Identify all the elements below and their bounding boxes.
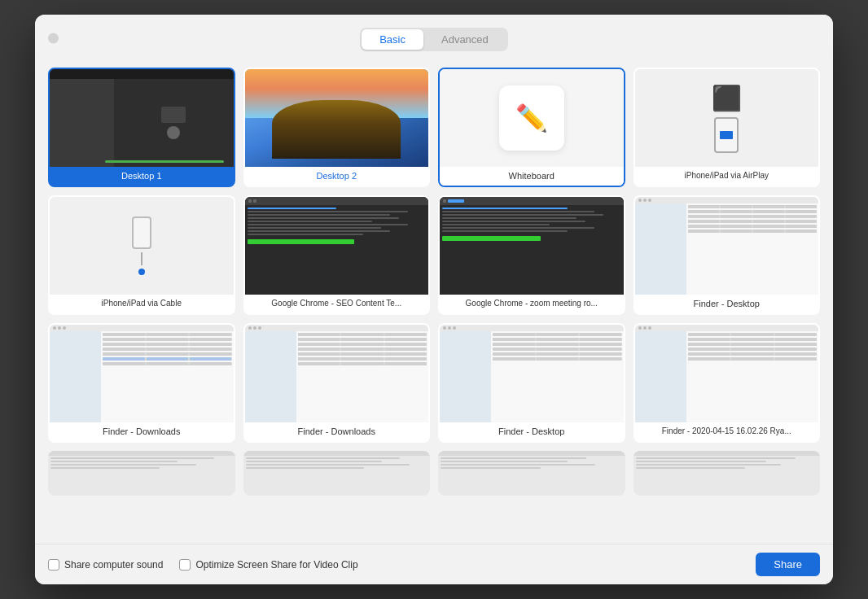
- label-desktop2: Desktop 2: [245, 167, 429, 186]
- thumb-finder-dl1: [50, 325, 234, 422]
- optimize-video-label: Optimize Screen Share for Video Clip: [195, 559, 357, 571]
- thumb-chrome-zoom: [440, 197, 624, 295]
- screen-share-dialog: Basic Advanced: [35, 15, 833, 584]
- video-clip-checkbox-group: Optimize Screen Share for Video Clip: [179, 559, 357, 571]
- share-grid: Desktop 1 Desktop 2 ✏️: [48, 68, 820, 443]
- tab-group: Basic Advanced: [360, 28, 508, 51]
- phone-shape: [132, 216, 151, 249]
- label-whiteboard: Whiteboard: [440, 167, 624, 186]
- ipad-shape: [714, 117, 739, 153]
- label-finder-desktop2: Finder - Desktop: [440, 422, 624, 441]
- item-finder-desktop[interactable]: Finder - Desktop: [633, 195, 821, 315]
- item-finder-desktop2[interactable]: Finder - Desktop: [438, 323, 625, 443]
- thumb-desktop2: [245, 69, 429, 167]
- partial-item-2[interactable]: [243, 451, 431, 496]
- share-sound-checkbox[interactable]: [48, 559, 59, 571]
- thumb-airplay: ⬛: [635, 69, 819, 167]
- label-cable: iPhone/iPad via Cable: [50, 295, 234, 313]
- finder-dl1-preview: [50, 325, 234, 422]
- whiteboard-preview: ✏️: [440, 69, 624, 167]
- tab-basic[interactable]: Basic: [362, 29, 423, 50]
- chrome-seo-preview: [245, 197, 429, 295]
- desktop2-preview: [245, 69, 429, 167]
- share-button[interactable]: Share: [756, 553, 820, 576]
- item-desktop2[interactable]: Desktop 2: [243, 68, 431, 187]
- partial-item-4[interactable]: [633, 451, 821, 496]
- thumb-chrome-seo: [245, 197, 429, 295]
- label-airplay: iPhone/iPad via AirPlay: [635, 167, 819, 185]
- thumb-finder-desktop: [635, 197, 819, 295]
- item-cable[interactable]: iPhone/iPad via Cable: [48, 195, 235, 315]
- label-chrome-seo: Google Chrome - SEO Content Te...: [245, 295, 429, 313]
- item-finder-dl2[interactable]: Finder - Downloads: [243, 323, 431, 443]
- titlebar: Basic Advanced: [35, 15, 833, 61]
- finder-2020-preview: [635, 325, 819, 422]
- label-finder-2020: Finder - 2020-04-15 16.02.26 Rya...: [635, 422, 819, 440]
- item-finder-dl1[interactable]: Finder - Downloads: [48, 323, 235, 443]
- thumb-finder-2020: [635, 325, 819, 422]
- tab-advanced[interactable]: Advanced: [423, 29, 506, 50]
- finder-desktop2-preview: [440, 325, 624, 422]
- optimize-video-checkbox[interactable]: [179, 559, 191, 571]
- content-area: Desktop 1 Desktop 2 ✏️: [35, 61, 833, 544]
- item-chrome-zoom[interactable]: Google Chrome - zoom meeting ro...: [438, 195, 625, 315]
- cable-connector: [141, 252, 142, 265]
- label-finder-desktop: Finder - Desktop: [635, 295, 819, 313]
- traffic-light: [48, 33, 59, 43]
- item-desktop1[interactable]: Desktop 1: [48, 68, 235, 187]
- partial-row: [48, 451, 820, 496]
- pen-icon: ✏️: [515, 103, 548, 133]
- label-finder-dl2: Finder - Downloads: [245, 422, 429, 441]
- share-sound-label: Share computer sound: [64, 559, 163, 571]
- label-chrome-zoom: Google Chrome - zoom meeting ro...: [440, 295, 624, 313]
- cable-preview: [50, 197, 234, 295]
- thumb-finder-dl2: [245, 325, 429, 422]
- chrome-zoom-preview: [440, 197, 624, 295]
- thumb-desktop1: [50, 69, 234, 167]
- cable-end: [138, 269, 145, 275]
- thumb-whiteboard: ✏️: [440, 69, 624, 167]
- thumb-cable: [50, 197, 234, 295]
- airplay-icon: ⬛: [712, 84, 742, 112]
- label-desktop1: Desktop 1: [50, 167, 234, 186]
- finder-dl2-preview: [245, 325, 429, 422]
- item-chrome-seo[interactable]: Google Chrome - SEO Content Te...: [243, 195, 431, 315]
- label-finder-dl1: Finder - Downloads: [50, 422, 234, 441]
- item-whiteboard[interactable]: ✏️ Whiteboard: [438, 68, 625, 187]
- partial-item-3[interactable]: [438, 451, 625, 496]
- bottom-bar: Share computer sound Optimize Screen Sha…: [35, 544, 833, 584]
- thumb-finder-desktop2: [440, 325, 624, 422]
- item-airplay[interactable]: ⬛ iPhone/iPad via AirPlay: [633, 68, 821, 187]
- sound-checkbox-group: Share computer sound: [48, 559, 163, 571]
- desktop1-preview: [50, 69, 234, 167]
- finder-desktop-preview: [635, 197, 819, 295]
- item-finder-2020[interactable]: Finder - 2020-04-15 16.02.26 Rya...: [633, 323, 821, 443]
- airplay-preview: ⬛: [635, 69, 819, 167]
- partial-item-1[interactable]: [48, 451, 235, 496]
